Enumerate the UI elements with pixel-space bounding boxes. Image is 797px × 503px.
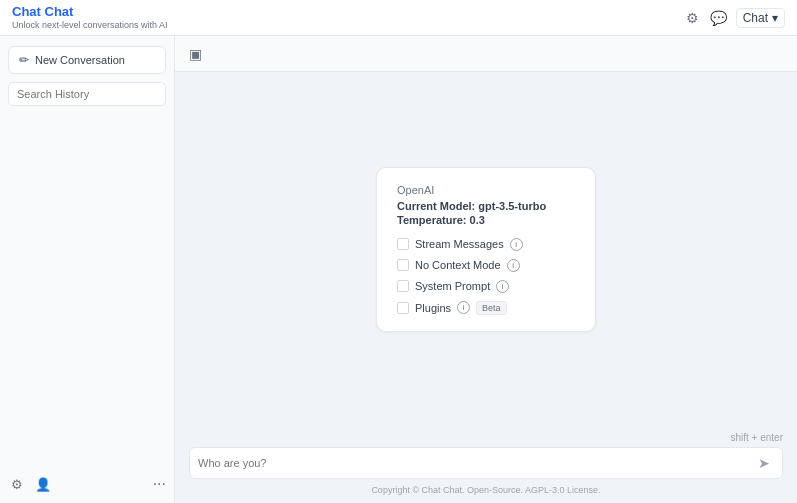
model-value: gpt-3.5-turbo (478, 200, 546, 212)
model-name: Current Model: gpt-3.5-turbo (397, 200, 575, 212)
send-button[interactable]: ➤ (754, 453, 774, 473)
top-header: Chat Chat Unlock next-level conversation… (0, 0, 797, 36)
plugins-option: Plugins i Beta (397, 301, 575, 315)
system-prompt-label: System Prompt (415, 280, 490, 292)
plugins-checkbox[interactable] (397, 302, 409, 314)
no-context-checkbox[interactable] (397, 259, 409, 271)
app-branding: Chat Chat Unlock next-level conversation… (12, 4, 168, 30)
footer-text: Copyright © Chat Chat. Open-Source. AGPL… (189, 485, 783, 495)
stream-messages-option: Stream Messages i (397, 238, 575, 251)
no-context-info-icon[interactable]: i (507, 259, 520, 272)
chat-dropdown-button[interactable]: Chat ▾ (736, 8, 785, 28)
gear-icon[interactable]: ⚙ (684, 9, 702, 27)
user-icon[interactable]: 👤 (34, 475, 52, 493)
model-temperature: Temperature: 0.3 (397, 214, 575, 226)
no-context-option: No Context Mode i (397, 259, 575, 272)
content-toolbar: ▣ (175, 36, 797, 72)
app-title: Chat Chat (12, 4, 168, 20)
chevron-down-icon: ▾ (772, 11, 778, 25)
shift-enter-hint: shift + enter (189, 432, 783, 443)
system-prompt-option: System Prompt i (397, 280, 575, 293)
system-prompt-info-icon[interactable]: i (496, 280, 509, 293)
temp-value: 0.3 (470, 214, 485, 226)
sidebar-bottom-icons: ⚙ 👤 (8, 475, 52, 493)
new-conversation-button[interactable]: ✏ New Conversation (8, 46, 166, 74)
plugins-label: Plugins (415, 302, 451, 314)
chat-input[interactable] (198, 457, 754, 469)
plugins-info-icon[interactable]: i (457, 301, 470, 314)
pencil-icon: ✏ (19, 53, 29, 67)
header-actions: ⚙ 💬 Chat ▾ (684, 8, 785, 28)
settings-icon[interactable]: ⚙ (8, 475, 26, 493)
bottom-area: shift + enter ➤ Copyright © Chat Chat. O… (175, 426, 797, 503)
chat-input-row: ➤ (189, 447, 783, 479)
stream-messages-checkbox[interactable] (397, 238, 409, 250)
more-options-icon[interactable]: ··· (153, 475, 166, 493)
chat-icon[interactable]: 💬 (710, 9, 728, 27)
new-conversation-label: New Conversation (35, 54, 125, 66)
sidebar-bottom: ⚙ 👤 ··· (8, 467, 166, 493)
chat-body: OpenAI Current Model: gpt-3.5-turbo Temp… (175, 72, 797, 426)
stream-messages-info-icon[interactable]: i (510, 238, 523, 251)
system-prompt-checkbox[interactable] (397, 280, 409, 292)
search-history-input[interactable] (8, 82, 166, 106)
no-context-label: No Context Mode (415, 259, 501, 271)
main-layout: ✏ New Conversation ⚙ 👤 ··· ▣ OpenAI Curr… (0, 36, 797, 503)
sidebar: ✏ New Conversation ⚙ 👤 ··· (0, 36, 175, 503)
content-area: ▣ OpenAI Current Model: gpt-3.5-turbo Te… (175, 36, 797, 503)
layout-toggle-icon[interactable]: ▣ (189, 46, 202, 62)
app-subtitle: Unlock next-level conversations with AI (12, 20, 168, 31)
beta-badge: Beta (476, 301, 507, 315)
stream-messages-label: Stream Messages (415, 238, 504, 250)
model-card: OpenAI Current Model: gpt-3.5-turbo Temp… (376, 167, 596, 332)
chat-button-label: Chat (743, 11, 768, 25)
model-provider: OpenAI (397, 184, 575, 196)
